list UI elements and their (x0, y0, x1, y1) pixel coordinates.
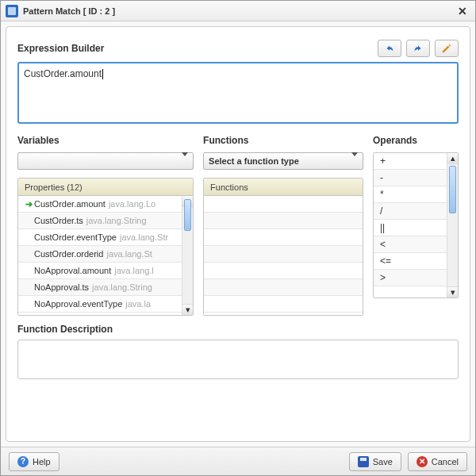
list-item[interactable]: > (374, 270, 447, 286)
list-item[interactable]: <= (374, 253, 447, 270)
properties-list: Properties (12) ➔ CustOrder.amount java.… (17, 178, 194, 316)
list-item[interactable]: * (374, 186, 447, 203)
functions-column: Functions Select a function type Functio… (203, 135, 363, 316)
properties-body: ➔ CustOrder.amount java.lang.Lo CustOrde… (18, 196, 193, 315)
list-item[interactable]: NoApproval.amount java.lang.l (18, 263, 193, 279)
list-item[interactable] (204, 296, 363, 313)
list-item[interactable]: CustOrder.eventType java.lang.Str (18, 229, 193, 246)
scroll-up-icon[interactable]: ▴ (447, 153, 458, 164)
close-icon[interactable]: ✕ (455, 5, 470, 17)
scrollbar[interactable]: ▴ ▾ (447, 153, 458, 298)
list-item[interactable]: CustOrder.ts java.lang.String (18, 213, 193, 229)
function-description-label: Function Description (17, 324, 459, 335)
variables-dropdown[interactable] (17, 152, 194, 170)
list-item[interactable]: < (374, 236, 447, 253)
list-item[interactable]: NoApproval.eventType java.la (18, 296, 193, 313)
content-panel: Expression Builder CustOrder.amount Vari… (6, 26, 470, 442)
variables-column: Variables Properties (12) ➔ CustOrder.am… (17, 135, 194, 316)
expression-toolbar (378, 40, 459, 57)
list-item[interactable]: + (374, 153, 447, 170)
list-item[interactable] (204, 279, 363, 296)
functions-list: Functions (203, 178, 363, 316)
operands-column: Operands + - * / || < <= > ▴ (373, 135, 459, 316)
list-item[interactable] (204, 263, 363, 279)
text-cursor (102, 69, 103, 79)
list-item[interactable]: / (374, 203, 447, 220)
undo-button[interactable] (378, 40, 401, 57)
operands-list: + - * / || < <= > ▴ ▾ (373, 152, 459, 298)
help-button[interactable]: ? Help (9, 452, 60, 471)
operands-body: + - * / || < <= > ▴ ▾ (374, 153, 458, 298)
save-icon (358, 456, 369, 467)
expression-text: CustOrder.amount (24, 68, 102, 79)
functions-dropdown[interactable]: Select a function type (203, 152, 363, 170)
dialog-window: Pattern Match [ ID : 2 ] ✕ Expression Bu… (0, 0, 476, 476)
scroll-thumb[interactable] (449, 166, 456, 213)
expression-builder-label: Expression Builder (17, 43, 104, 54)
list-item[interactable] (204, 229, 363, 246)
list-item[interactable] (204, 196, 363, 213)
cancel-icon: ✕ (416, 456, 428, 467)
chevron-down-icon (182, 156, 188, 166)
list-item[interactable]: ➔ CustOrder.amount java.lang.Lo (18, 196, 193, 213)
footer-bar: ? Help Save ✕ Cancel (1, 447, 475, 475)
cancel-button[interactable]: ✕ Cancel (408, 452, 467, 471)
properties-header: Properties (12) (18, 178, 193, 196)
function-description-box (17, 340, 459, 379)
scroll-down-icon[interactable]: ▾ (447, 286, 458, 298)
list-item[interactable]: CustOrder.orderid java.lang.St (18, 246, 193, 263)
expression-input[interactable]: CustOrder.amount (17, 62, 459, 124)
list-item[interactable] (204, 213, 363, 229)
title-bar: Pattern Match [ ID : 2 ] ✕ (1, 1, 475, 21)
list-item[interactable]: NoApproval.ts java.lang.String (18, 279, 193, 296)
functions-dropdown-value: Select a function type (209, 156, 299, 166)
variables-label: Variables (17, 135, 194, 146)
list-item[interactable]: || (374, 220, 447, 236)
edit-button[interactable] (435, 40, 459, 57)
operands-label: Operands (373, 135, 459, 146)
functions-list-header: Functions (204, 178, 363, 196)
selected-indicator-icon: ➔ (23, 199, 34, 209)
chevron-down-icon (351, 156, 358, 166)
list-item[interactable] (204, 246, 363, 263)
redo-button[interactable] (406, 40, 430, 57)
scroll-thumb[interactable] (184, 199, 191, 231)
save-button[interactable]: Save (349, 452, 401, 471)
functions-label: Functions (203, 135, 363, 146)
functions-body (204, 196, 363, 315)
pencil-icon (441, 43, 452, 54)
app-icon (6, 5, 18, 17)
scrollbar[interactable]: ▴ ▾ (182, 196, 193, 315)
redo-icon (413, 43, 424, 54)
window-title: Pattern Match [ ID : 2 ] (23, 6, 115, 16)
scroll-down-icon[interactable]: ▾ (182, 304, 193, 315)
help-icon: ? (17, 456, 29, 467)
list-item[interactable]: - (374, 170, 447, 186)
undo-icon (384, 43, 395, 54)
